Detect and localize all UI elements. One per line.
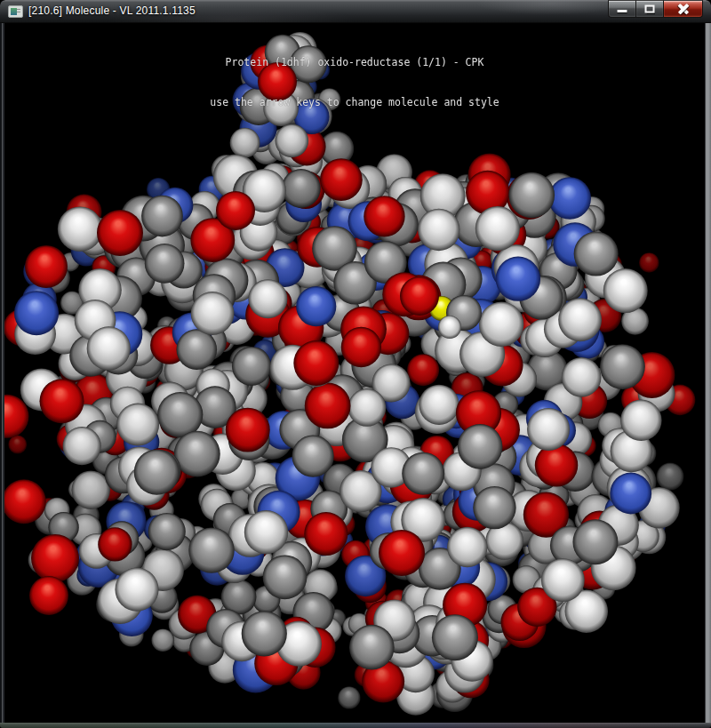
minimize-icon: [618, 10, 627, 12]
maximize-button[interactable]: [635, 0, 663, 18]
render-viewport: Protein (1dhf) oxido-reductase (1/1) - C…: [4, 23, 705, 723]
app-icon-art: [17, 9, 20, 10]
molecule-viewer-app-icon[interactable]: [8, 5, 23, 18]
window-title: [210.6] Molecule - VL 2011.1.1135: [28, 4, 196, 17]
close-button[interactable]: [663, 0, 703, 18]
molecule-viewport-canvas[interactable]: [4, 23, 705, 723]
close-icon: [664, 1, 702, 17]
window-left-resize-handle[interactable]: [0, 23, 4, 724]
window-controls: [608, 0, 703, 18]
app-icon-art: [11, 8, 17, 15]
application-window: [210.6] Molecule - VL 2011.1.1135 Protei…: [0, 0, 711, 728]
minimize-button[interactable]: [608, 0, 635, 18]
window-right-resize-handle[interactable]: [705, 23, 711, 724]
app-icon-art: [17, 12, 20, 12]
maximize-icon: [645, 5, 655, 13]
window-title-bar[interactable]: [210.6] Molecule - VL 2011.1.1135: [0, 0, 711, 23]
window-bottom-resize-handle[interactable]: [0, 723, 711, 728]
